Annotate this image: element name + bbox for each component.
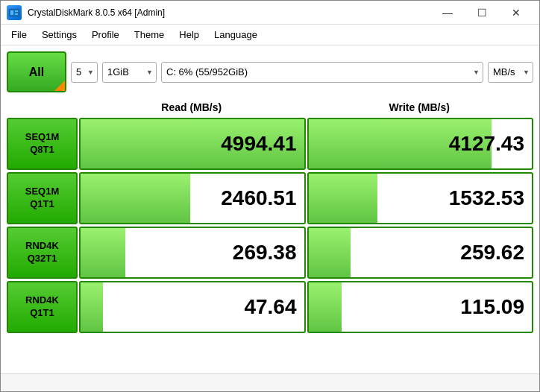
unit-wrapper: MB/s GB/s GiB/s MiB/s IOPS μs bbox=[488, 62, 533, 83]
menubar: File Settings Profile Theme Help Languag… bbox=[1, 25, 539, 45]
size-select[interactable]: 16MiB 32MiB 64MiB 256MiB 512MiB 1GiB 2Gi… bbox=[102, 62, 157, 83]
read-bar-2 bbox=[81, 228, 125, 277]
menu-language[interactable]: Language bbox=[207, 26, 265, 43]
table-row: RND4K Q1T1 47.64 115.09 bbox=[7, 281, 533, 333]
write-value-1: 1532.53 bbox=[449, 186, 524, 210]
row-label-line1-2: RND4K bbox=[25, 240, 59, 253]
table-row: RND4K Q32T1 269.38 259.62 bbox=[7, 227, 533, 279]
menu-profile[interactable]: Profile bbox=[84, 26, 127, 43]
maximize-button[interactable]: ☐ bbox=[465, 1, 499, 25]
statusbar bbox=[1, 373, 539, 391]
titlebar: CrystalDiskMark 8.0.5 x64 [Admin] — ☐ ✕ bbox=[1, 1, 539, 25]
menu-help[interactable]: Help bbox=[172, 26, 207, 43]
read-value-1: 2460.51 bbox=[221, 186, 296, 210]
row-label-line2-2: Q32T1 bbox=[28, 253, 57, 265]
write-cell-2: 259.62 bbox=[307, 227, 534, 279]
write-value-0: 4127.43 bbox=[449, 132, 524, 156]
row-label-line2-0: Q8T1 bbox=[30, 144, 54, 157]
write-value-2: 259.62 bbox=[460, 241, 524, 265]
controls-row: All 1 3 5 9 16MiB 32MiB 64MiB 256MiB 512… bbox=[7, 51, 533, 92]
all-button[interactable]: All bbox=[7, 51, 66, 92]
menu-settings[interactable]: Settings bbox=[34, 26, 84, 43]
write-cell-1: 1532.53 bbox=[307, 172, 534, 224]
runs-select[interactable]: 1 3 5 9 bbox=[71, 62, 98, 83]
header-label-col bbox=[7, 98, 78, 116]
table-row: SEQ1M Q8T1 4994.41 4127.43 bbox=[7, 118, 533, 170]
read-cell-1: 2460.51 bbox=[79, 172, 306, 224]
window-controls: — ☐ ✕ bbox=[430, 1, 533, 25]
row-label-line1-1: SEQ1M bbox=[25, 186, 60, 198]
row-label-0: SEQ1M Q8T1 bbox=[7, 118, 78, 170]
drive-wrapper: C: 6% (55/952GiB) bbox=[161, 62, 483, 83]
app-icon bbox=[7, 5, 22, 20]
row-label-line1-0: SEQ1M bbox=[25, 131, 60, 144]
results-table: Read (MB/s) Write (MB/s) SEQ1M Q8T1 4994… bbox=[7, 98, 533, 367]
svg-rect-2 bbox=[15, 10, 18, 12]
minimize-button[interactable]: — bbox=[430, 1, 465, 25]
main-content: All 1 3 5 9 16MiB 32MiB 64MiB 256MiB 512… bbox=[1, 45, 539, 373]
write-cell-0: 4127.43 bbox=[307, 118, 534, 170]
write-cell-3: 115.09 bbox=[307, 281, 534, 333]
runs-wrapper: 1 3 5 9 bbox=[71, 62, 98, 83]
unit-select[interactable]: MB/s GB/s GiB/s MiB/s IOPS μs bbox=[488, 62, 533, 83]
window-title: CrystalDiskMark 8.0.5 x64 [Admin] bbox=[28, 7, 430, 18]
read-bar-1 bbox=[81, 174, 190, 223]
row-label-2: RND4K Q32T1 bbox=[7, 227, 78, 279]
row-label-3: RND4K Q1T1 bbox=[7, 281, 78, 333]
write-value-3: 115.09 bbox=[460, 295, 524, 319]
row-label-line2-1: Q1T1 bbox=[30, 198, 54, 211]
read-cell-0: 4994.41 bbox=[79, 118, 306, 170]
read-cell-3: 47.64 bbox=[79, 281, 306, 333]
write-bar-3 bbox=[309, 282, 342, 332]
svg-rect-1 bbox=[10, 10, 13, 15]
write-bar-2 bbox=[309, 228, 351, 277]
close-button[interactable]: ✕ bbox=[499, 1, 533, 25]
size-wrapper: 16MiB 32MiB 64MiB 256MiB 512MiB 1GiB 2Gi… bbox=[102, 62, 157, 83]
data-rows: SEQ1M Q8T1 4994.41 4127.43 SEQ1M Q1T1 24… bbox=[7, 118, 533, 335]
svg-rect-3 bbox=[15, 13, 18, 15]
header-read: Read (MB/s) bbox=[78, 98, 306, 116]
table-row: SEQ1M Q1T1 2460.51 1532.53 bbox=[7, 172, 533, 224]
app-window: CrystalDiskMark 8.0.5 x64 [Admin] — ☐ ✕ … bbox=[0, 0, 540, 392]
read-cell-2: 269.38 bbox=[79, 227, 306, 279]
table-header: Read (MB/s) Write (MB/s) bbox=[7, 98, 533, 116]
drive-select[interactable]: C: 6% (55/952GiB) bbox=[161, 62, 483, 83]
menu-file[interactable]: File bbox=[4, 26, 34, 43]
read-value-0: 4994.41 bbox=[221, 132, 296, 156]
write-bar-1 bbox=[309, 174, 378, 223]
read-bar-3 bbox=[81, 282, 103, 332]
header-write: Write (MB/s) bbox=[306, 98, 534, 116]
menu-theme[interactable]: Theme bbox=[127, 26, 172, 43]
row-label-1: SEQ1M Q1T1 bbox=[7, 172, 78, 224]
row-label-line2-3: Q1T1 bbox=[30, 307, 54, 320]
read-value-3: 47.64 bbox=[244, 295, 296, 319]
row-label-line1-3: RND4K bbox=[25, 294, 59, 307]
read-value-2: 269.38 bbox=[233, 241, 297, 265]
